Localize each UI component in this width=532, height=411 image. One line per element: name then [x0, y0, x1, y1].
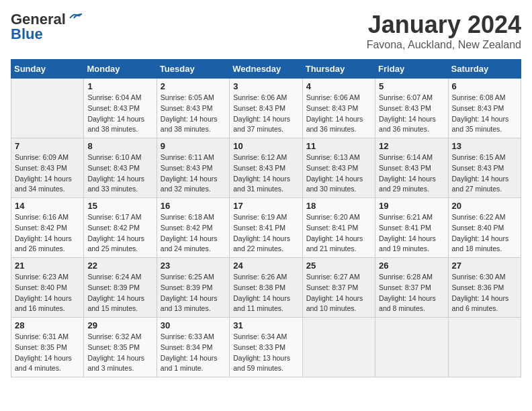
day-number: 14: [15, 201, 80, 211]
weekday-header-saturday: Saturday: [448, 60, 521, 79]
day-info: Sunrise: 6:09 AMSunset: 8:43 PMDaylight:…: [15, 152, 80, 195]
calendar-cell: 25Sunrise: 6:27 AMSunset: 8:37 PMDayligh…: [302, 258, 375, 318]
calendar-cell: 16Sunrise: 6:18 AMSunset: 8:42 PMDayligh…: [157, 198, 229, 258]
calendar-week-row: 14Sunrise: 6:16 AMSunset: 8:42 PMDayligh…: [11, 198, 521, 258]
weekday-header-friday: Friday: [375, 60, 448, 79]
day-info: Sunrise: 6:20 AMSunset: 8:41 PMDaylight:…: [306, 212, 371, 255]
day-info: Sunrise: 6:06 AMSunset: 8:43 PMDaylight:…: [306, 93, 371, 135]
calendar-cell: 3Sunrise: 6:06 AMSunset: 8:43 PMDaylight…: [230, 79, 302, 138]
weekday-header-sunday: Sunday: [11, 60, 84, 79]
calendar-cell: 12Sunrise: 6:14 AMSunset: 8:43 PMDayligh…: [375, 138, 448, 198]
month-title: January 2024: [367, 11, 521, 39]
day-info: Sunrise: 6:34 AMSunset: 8:33 PMDaylight:…: [233, 332, 298, 374]
weekday-header-monday: Monday: [84, 60, 157, 79]
calendar-cell: 18Sunrise: 6:20 AMSunset: 8:41 PMDayligh…: [302, 198, 375, 258]
calendar-cell: 6Sunrise: 6:08 AMSunset: 8:43 PMDaylight…: [448, 79, 521, 138]
calendar-cell: 30Sunrise: 6:33 AMSunset: 8:34 PMDayligh…: [157, 318, 229, 377]
day-number: 6: [452, 81, 517, 91]
calendar-week-row: 21Sunrise: 6:23 AMSunset: 8:40 PMDayligh…: [11, 258, 521, 318]
weekday-header-wednesday: Wednesday: [230, 60, 302, 79]
calendar-cell: 11Sunrise: 6:13 AMSunset: 8:43 PMDayligh…: [302, 138, 375, 198]
calendar-cell: 2Sunrise: 6:05 AMSunset: 8:43 PMDaylight…: [157, 79, 229, 138]
calendar-cell: 22Sunrise: 6:24 AMSunset: 8:39 PMDayligh…: [84, 258, 157, 318]
day-number: 18: [306, 201, 371, 211]
weekday-header-tuesday: Tuesday: [157, 60, 229, 79]
calendar-week-row: 7Sunrise: 6:09 AMSunset: 8:43 PMDaylight…: [11, 138, 521, 198]
calendar-cell: 10Sunrise: 6:12 AMSunset: 8:43 PMDayligh…: [230, 138, 302, 198]
day-number: 10: [233, 141, 298, 151]
day-info: Sunrise: 6:33 AMSunset: 8:34 PMDaylight:…: [161, 332, 226, 374]
calendar-cell: 19Sunrise: 6:21 AMSunset: 8:41 PMDayligh…: [375, 198, 448, 258]
day-info: Sunrise: 6:25 AMSunset: 8:39 PMDaylight:…: [161, 272, 226, 314]
calendar-week-row: 1Sunrise: 6:04 AMSunset: 8:43 PMDaylight…: [11, 79, 521, 138]
calendar-cell: 13Sunrise: 6:15 AMSunset: 8:43 PMDayligh…: [448, 138, 521, 198]
day-number: 19: [379, 201, 444, 211]
day-info: Sunrise: 6:32 AMSunset: 8:35 PMDaylight:…: [87, 332, 152, 374]
logo: General Blue: [11, 11, 83, 43]
calendar-cell: [448, 318, 521, 377]
day-info: Sunrise: 6:28 AMSunset: 8:37 PMDaylight:…: [379, 272, 444, 314]
calendar-cell: 29Sunrise: 6:32 AMSunset: 8:35 PMDayligh…: [84, 318, 157, 377]
calendar-cell: 23Sunrise: 6:25 AMSunset: 8:39 PMDayligh…: [157, 258, 229, 318]
logo-blue-text: Blue: [11, 26, 43, 43]
day-info: Sunrise: 6:10 AMSunset: 8:43 PMDaylight:…: [87, 152, 152, 195]
day-number: 26: [379, 261, 444, 271]
day-number: 13: [452, 141, 517, 151]
title-area: January 2024 Favona, Auckland, New Zeala…: [367, 11, 521, 51]
logo-bird-icon: [69, 13, 83, 24]
day-info: Sunrise: 6:13 AMSunset: 8:43 PMDaylight:…: [306, 152, 371, 195]
calendar-cell: 31Sunrise: 6:34 AMSunset: 8:33 PMDayligh…: [230, 318, 302, 377]
day-info: Sunrise: 6:27 AMSunset: 8:37 PMDaylight:…: [306, 272, 371, 314]
day-info: Sunrise: 6:21 AMSunset: 8:41 PMDaylight:…: [379, 212, 444, 255]
weekday-header-row: SundayMondayTuesdayWednesdayThursdayFrid…: [11, 60, 521, 79]
calendar-cell: [11, 79, 84, 138]
day-info: Sunrise: 6:22 AMSunset: 8:40 PMDaylight:…: [452, 212, 517, 255]
calendar-cell: 15Sunrise: 6:17 AMSunset: 8:42 PMDayligh…: [84, 198, 157, 258]
day-number: 28: [15, 320, 80, 330]
day-info: Sunrise: 6:23 AMSunset: 8:40 PMDaylight:…: [15, 272, 80, 314]
day-number: 7: [15, 141, 80, 151]
calendar-cell: 7Sunrise: 6:09 AMSunset: 8:43 PMDaylight…: [11, 138, 84, 198]
day-info: Sunrise: 6:17 AMSunset: 8:42 PMDaylight:…: [87, 212, 152, 255]
day-number: 2: [161, 81, 226, 91]
day-number: 22: [87, 261, 152, 271]
calendar-cell: 9Sunrise: 6:11 AMSunset: 8:43 PMDaylight…: [157, 138, 229, 198]
calendar-cell: 26Sunrise: 6:28 AMSunset: 8:37 PMDayligh…: [375, 258, 448, 318]
day-number: 9: [161, 141, 226, 151]
day-number: 1: [87, 81, 152, 91]
day-number: 25: [306, 261, 371, 271]
calendar-cell: [302, 318, 375, 377]
day-info: Sunrise: 6:07 AMSunset: 8:43 PMDaylight:…: [379, 93, 444, 135]
day-info: Sunrise: 6:04 AMSunset: 8:43 PMDaylight:…: [87, 93, 152, 135]
day-number: 16: [161, 201, 226, 211]
calendar-cell: 27Sunrise: 6:30 AMSunset: 8:36 PMDayligh…: [448, 258, 521, 318]
day-number: 23: [161, 261, 226, 271]
page-header: General Blue January 2024 Favona, Auckla…: [11, 11, 521, 51]
calendar-cell: 21Sunrise: 6:23 AMSunset: 8:40 PMDayligh…: [11, 258, 84, 318]
day-number: 29: [87, 320, 152, 330]
calendar-table: SundayMondayTuesdayWednesdayThursdayFrid…: [11, 59, 521, 377]
day-info: Sunrise: 6:11 AMSunset: 8:43 PMDaylight:…: [161, 152, 226, 195]
calendar-cell: 1Sunrise: 6:04 AMSunset: 8:43 PMDaylight…: [84, 79, 157, 138]
day-number: 5: [379, 81, 444, 91]
calendar-cell: 17Sunrise: 6:19 AMSunset: 8:41 PMDayligh…: [230, 198, 302, 258]
day-info: Sunrise: 6:05 AMSunset: 8:43 PMDaylight:…: [161, 93, 226, 135]
weekday-header-thursday: Thursday: [302, 60, 375, 79]
day-info: Sunrise: 6:06 AMSunset: 8:43 PMDaylight:…: [233, 93, 298, 135]
day-number: 12: [379, 141, 444, 151]
day-info: Sunrise: 6:12 AMSunset: 8:43 PMDaylight:…: [233, 152, 298, 195]
calendar-cell: 5Sunrise: 6:07 AMSunset: 8:43 PMDaylight…: [375, 79, 448, 138]
day-info: Sunrise: 6:18 AMSunset: 8:42 PMDaylight:…: [161, 212, 226, 255]
day-info: Sunrise: 6:24 AMSunset: 8:39 PMDaylight:…: [87, 272, 152, 314]
day-info: Sunrise: 6:16 AMSunset: 8:42 PMDaylight:…: [15, 212, 80, 255]
day-number: 24: [233, 261, 298, 271]
calendar-cell: 4Sunrise: 6:06 AMSunset: 8:43 PMDaylight…: [302, 79, 375, 138]
day-number: 31: [233, 320, 298, 330]
day-number: 4: [306, 81, 371, 91]
calendar-cell: [375, 318, 448, 377]
calendar-cell: 8Sunrise: 6:10 AMSunset: 8:43 PMDaylight…: [84, 138, 157, 198]
day-number: 27: [452, 261, 517, 271]
day-number: 8: [87, 141, 152, 151]
day-info: Sunrise: 6:08 AMSunset: 8:43 PMDaylight:…: [452, 93, 517, 135]
day-number: 17: [233, 201, 298, 211]
